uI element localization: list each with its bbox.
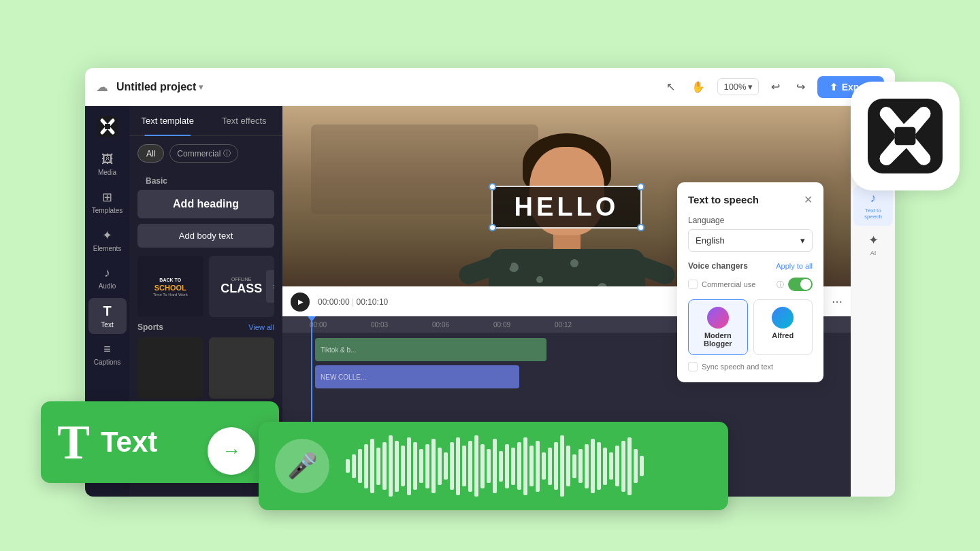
sports-section-title: Sports	[137, 322, 163, 332]
ruler-mark-4: 00:12	[555, 321, 616, 329]
hello-text-container[interactable]: HELLO	[491, 186, 642, 229]
wave-bar	[352, 454, 356, 478]
play-btn[interactable]: ▶	[291, 293, 310, 312]
wave-bar	[462, 446, 466, 486]
sidebar-item-elements[interactable]: ✦ Elements	[88, 222, 127, 258]
track-clip-2[interactable]: NEW COLLE...	[315, 365, 519, 388]
wave-bar	[597, 442, 601, 490]
cursor-tool-btn[interactable]: ↖	[662, 78, 679, 96]
templates-label: Templates	[92, 207, 123, 214]
chevron-down-icon[interactable]: ▾	[199, 82, 203, 92]
tts-close-btn[interactable]: ✕	[804, 193, 813, 206]
sidebar-item-media[interactable]: 🖼 Media	[88, 147, 127, 182]
template-card-class[interactable]: OFFLINE CLASS ›	[209, 256, 275, 317]
undo-btn[interactable]: ↩	[767, 78, 784, 96]
filter-commercial-btn[interactable]: Commercial ⓘ	[169, 144, 238, 163]
project-title: Untitled project ▾	[116, 81, 203, 93]
ruler-mark-3: 00:09	[493, 321, 555, 329]
wave-bar	[474, 435, 478, 497]
redo-btn[interactable]: ↪	[792, 78, 809, 96]
handle-tr	[637, 183, 644, 190]
logo-icon	[97, 116, 118, 137]
project-title-text: Untitled project	[116, 81, 196, 93]
commercial-label: Commercial use	[702, 280, 772, 288]
sidebar-item-captions[interactable]: ≡ Captions	[88, 337, 127, 371]
time-display: 00:00:00 | 00:10:10	[318, 297, 388, 307]
sync-row: Sync speech and text	[688, 362, 813, 371]
sports-template-1[interactable]	[137, 337, 203, 399]
panel-tabs: Text template Text effects	[129, 106, 282, 136]
tts-language-select[interactable]: English ▾	[688, 229, 813, 252]
next-arrow[interactable]: ›	[266, 270, 274, 303]
track-clip-1[interactable]: Tiktok & b...	[315, 338, 546, 361]
right-panel-ai[interactable]: ✦ AI	[853, 227, 893, 263]
zoom-chevron-icon: ▾	[748, 82, 753, 92]
filter-all-btn[interactable]: All	[137, 144, 164, 163]
commercial-check[interactable]	[688, 280, 698, 289]
voice-name-2: Alfred	[760, 331, 807, 339]
voice-card-modern-blogger[interactable]: Modern Blogger	[688, 299, 748, 355]
time-current: 00:00:00	[318, 297, 350, 307]
voice-avatar-1	[707, 307, 729, 329]
time-total: 00:10:10	[357, 297, 389, 307]
zoom-btn[interactable]: 100% ▾	[717, 78, 758, 95]
template-card-back-to-school[interactable]: BACK TO SCHOOL Time To Hard Work	[137, 256, 203, 317]
add-heading-btn[interactable]: Add heading	[137, 190, 274, 218]
svg-rect-5	[105, 124, 110, 129]
tts-language-label: Language	[688, 216, 813, 225]
wave-bar	[640, 456, 644, 476]
wave-bar	[615, 446, 619, 486]
wave-bar	[395, 441, 399, 492]
wave-bar	[585, 444, 589, 488]
waveform	[346, 435, 712, 497]
tab-text-template-label: Text template	[142, 116, 194, 126]
arrow-right-icon: →	[222, 440, 241, 462]
right-panel-tts[interactable]: ♪ Text to speech	[853, 186, 893, 226]
handle-br	[637, 224, 644, 231]
top-bar: ☁ Untitled project ▾ ↖ ✋ 100% ▾ ↩ ↪ ⬆ Ex…	[85, 68, 895, 106]
wave-bar	[407, 437, 411, 495]
track-label-2: NEW COLLE...	[321, 373, 366, 381]
commercial-toggle[interactable]	[788, 278, 813, 291]
basic-section-title: Basic	[137, 171, 274, 190]
wave-bar	[413, 442, 417, 490]
tts-panel: Text to speech ✕ Language English ▾ Voic…	[677, 182, 823, 382]
voice-card-alfred[interactable]: Alfred	[753, 299, 813, 355]
tab-text-template[interactable]: Text template	[129, 106, 206, 135]
wave-bar	[591, 439, 595, 493]
class-text: CLASS	[220, 282, 262, 295]
sidebar-item-text[interactable]: T Text	[88, 298, 127, 334]
panel-filters: All Commercial ⓘ	[129, 136, 282, 171]
play-icon: ▶	[298, 298, 304, 305]
wave-bar	[431, 439, 436, 493]
wave-bar	[634, 449, 638, 483]
back-text: BACK TO	[159, 278, 181, 282]
sidebar-item-templates[interactable]: ⊞ Templates	[88, 184, 127, 220]
tab-text-effects[interactable]: Text effects	[206, 106, 283, 135]
sports-template-2[interactable]	[209, 337, 275, 399]
sync-checkbox[interactable]	[688, 362, 698, 371]
wave-bar	[376, 448, 380, 485]
sidebar-item-audio[interactable]: ♪ Audio	[88, 261, 127, 295]
hand-tool-btn[interactable]: ✋	[687, 78, 709, 96]
wave-bar	[560, 435, 564, 497]
tts-language-value: English	[696, 235, 725, 246]
apply-to-all-btn[interactable]: Apply to all	[776, 262, 813, 270]
tl-tool-5[interactable]: ⋯	[832, 295, 843, 308]
info-icon: ⓘ	[223, 148, 231, 158]
audio-icon: ♪	[104, 266, 110, 280]
media-icon: 🖼	[101, 152, 114, 167]
track-label-1: Tiktok & b...	[321, 346, 356, 354]
text-icon: T	[103, 303, 111, 319]
handle-tl	[489, 183, 496, 190]
mic-circle: 🎤	[275, 439, 329, 493]
voice-changers-label: Voice changers	[688, 261, 748, 271]
capcut-logo-icon	[868, 99, 943, 173]
templates-icon: ⊞	[102, 190, 112, 205]
wave-bar	[370, 439, 374, 493]
elements-label: Elements	[93, 245, 122, 252]
view-all-btn[interactable]: View all	[248, 323, 274, 331]
tts-voice-changers-row: Voice changers Apply to all	[688, 261, 813, 271]
add-body-btn[interactable]: Add body text	[137, 224, 274, 248]
wave-bar	[444, 452, 448, 480]
